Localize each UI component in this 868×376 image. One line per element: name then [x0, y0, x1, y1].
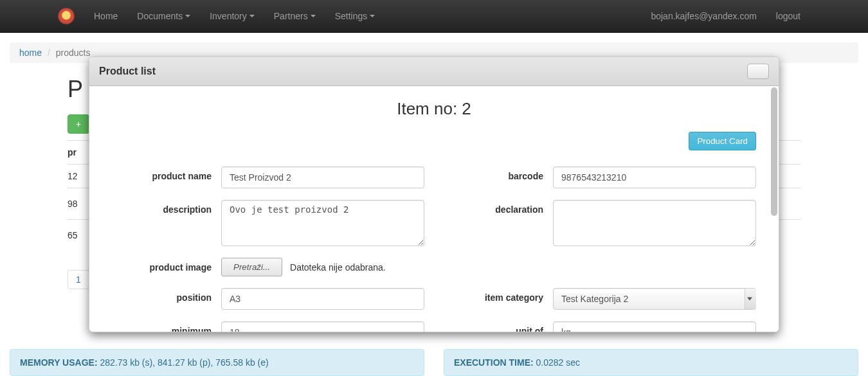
- item-category-select-wrap: Test Kategorija 2: [553, 288, 756, 310]
- unit-of-input[interactable]: [553, 321, 756, 332]
- chevron-down-icon: [311, 15, 316, 17]
- modal-scrollbar[interactable]: [771, 87, 777, 216]
- form-row: product name barcode: [112, 166, 756, 188]
- declaration-textarea[interactable]: [553, 200, 756, 246]
- brand-logo-icon: [58, 8, 75, 24]
- footer-row: MEMORY USAGE: 282.73 kb (s), 841.27 kb (…: [10, 349, 858, 376]
- nav-inventory-label: Inventory: [210, 11, 247, 21]
- form-col: product image Pretraži... Datoteka nije …: [112, 258, 424, 276]
- nav-settings[interactable]: Settings: [325, 1, 385, 31]
- nav-documents-label: Documents: [137, 11, 183, 21]
- modal-close-button[interactable]: [747, 64, 769, 79]
- navbar-inner: Home Documents Inventory Partners Settin…: [58, 1, 810, 31]
- product-card-row: Product Card: [112, 132, 756, 150]
- minimum-input[interactable]: [221, 321, 424, 332]
- form-col: description Ovo je test proizvod 2: [112, 200, 424, 246]
- file-browse-button[interactable]: Pretraži...: [221, 258, 282, 276]
- modal-header: Product list: [89, 57, 779, 86]
- nav-logout[interactable]: logout: [766, 1, 810, 31]
- position-label: position: [112, 288, 221, 303]
- execution-time-panel: EXECUTION TIME: 0.0282 sec: [444, 349, 858, 376]
- declaration-label: declaration: [444, 200, 553, 215]
- form-row: minimum unit of: [112, 321, 756, 332]
- nav-settings-label: Settings: [335, 11, 368, 21]
- nav-home[interactable]: Home: [84, 1, 127, 31]
- nav-user[interactable]: bojan.kajfes@yandex.com: [641, 1, 766, 31]
- unit-of-label: unit of: [444, 321, 553, 332]
- item-number-title: Item no: 2: [112, 99, 756, 119]
- form-col: item category Test Kategorija 2: [444, 288, 756, 310]
- description-label: description: [112, 200, 221, 215]
- breadcrumb-separator: /: [44, 48, 53, 58]
- form-col: barcode: [444, 166, 756, 188]
- form-row: description Ovo je test proizvod 2 decla…: [112, 200, 756, 246]
- chevron-down-icon: [249, 15, 255, 17]
- execution-time-value: 0.0282 sec: [534, 357, 580, 368]
- form-row: position item category Test Kategorija 2: [112, 288, 756, 310]
- form-col: product name: [112, 166, 424, 188]
- form-col: unit of: [444, 321, 756, 332]
- file-status-text: Datoteka nije odabrana.: [290, 262, 386, 273]
- nav-left: Home Documents Inventory Partners Settin…: [84, 1, 384, 31]
- breadcrumb-current: products: [56, 48, 91, 58]
- form-col: position: [112, 288, 424, 310]
- navbar: Home Documents Inventory Partners Settin…: [0, 0, 868, 33]
- product-card-button[interactable]: Product Card: [689, 132, 756, 150]
- file-input-row: Pretraži... Datoteka nije odabrana.: [221, 258, 424, 276]
- nav-right: bojan.kajfes@yandex.com logout: [641, 1, 810, 31]
- description-textarea[interactable]: Ovo je test proizvod 2: [221, 200, 424, 246]
- nav-partners-label: Partners: [274, 11, 308, 21]
- form-col: declaration: [444, 200, 756, 246]
- memory-usage-panel: MEMORY USAGE: 282.73 kb (s), 841.27 kb (…: [10, 349, 424, 376]
- item-category-select[interactable]: Test Kategorija 2: [553, 288, 756, 310]
- form-col: minimum: [112, 321, 424, 332]
- item-category-label: item category: [444, 288, 553, 303]
- memory-usage-label: MEMORY USAGE:: [20, 357, 98, 368]
- product-name-input[interactable]: [221, 166, 424, 188]
- product-modal: Product list Item no: 2 Product Card pro…: [89, 57, 779, 332]
- position-input[interactable]: [221, 288, 424, 310]
- modal-title: Product list: [99, 66, 156, 77]
- pagination: 1: [68, 270, 89, 289]
- modal-body: Item no: 2 Product Card product name bar…: [89, 86, 779, 332]
- nav-documents[interactable]: Documents: [127, 1, 200, 31]
- form-row: product image Pretraži... Datoteka nije …: [112, 258, 756, 276]
- chevron-down-icon: [370, 15, 375, 17]
- product-image-label: product image: [112, 258, 221, 273]
- barcode-input[interactable]: [553, 166, 756, 188]
- page-1[interactable]: 1: [68, 270, 89, 289]
- minimum-label: minimum: [112, 321, 221, 332]
- chevron-down-icon: [185, 15, 190, 17]
- barcode-label: barcode: [444, 166, 553, 181]
- brand-logo-link[interactable]: [58, 8, 75, 24]
- add-button[interactable]: +: [68, 114, 89, 134]
- nav-partners[interactable]: Partners: [264, 1, 325, 31]
- execution-time-label: EXECUTION TIME:: [454, 357, 534, 368]
- breadcrumb-home[interactable]: home: [19, 48, 42, 58]
- modal-body-wrap: Item no: 2 Product Card product name bar…: [89, 86, 779, 332]
- nav-inventory[interactable]: Inventory: [200, 1, 264, 31]
- product-name-label: product name: [112, 166, 221, 181]
- memory-usage-value: 282.73 kb (s), 841.27 kb (p), 765.58 kb …: [98, 357, 269, 368]
